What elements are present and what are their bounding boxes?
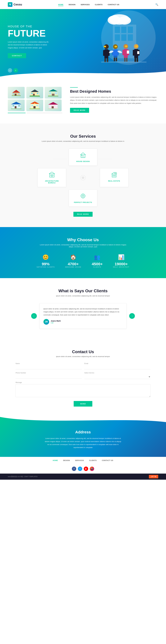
home-thumb-5 [26, 100, 43, 111]
homes-content: Best Designed Homes Lorem ipsum dolor si… [70, 87, 158, 113]
service-card-perfect-projects[interactable]: PERFECT PROJECTS [69, 190, 97, 206]
services-read-more-button[interactable]: READ MORE [74, 212, 92, 217]
service-card-real-estate[interactable]: $ REAL ESTATE [100, 168, 128, 187]
send-button[interactable]: SEND [74, 401, 92, 406]
hero-section: HOUSE OF THE FUTURE Lorem ipsum dolor si… [0, 9, 166, 76]
phone-input[interactable] [16, 374, 82, 379]
stats-grid: 😊 99% SATISFIED CLIENTS 🏠 4700+ AWESOME … [8, 254, 158, 268]
twitter-icon[interactable]: t [78, 466, 82, 471]
svg-rect-4 [115, 26, 120, 33]
svg-rect-56 [30, 96, 40, 96]
services-section: Our Services Lorem ipsum dolor sit amet,… [0, 124, 166, 227]
email-group: Email [84, 363, 150, 369]
homes-read-more-button[interactable]: READ MORE [70, 108, 89, 113]
perfect-projects-icon [71, 193, 95, 200]
stat-awesome-house: 🏠 4700+ AWESOME HOUSE [65, 254, 81, 268]
svg-rect-80 [56, 105, 57, 107]
svg-rect-78 [52, 106, 54, 108]
svg-marker-77 [48, 102, 58, 104]
nav-design[interactable]: DESIGN [68, 4, 76, 6]
awesome-house-icon: 🏠 [65, 254, 81, 260]
footer-nav-contact[interactable]: CONTACT US [102, 460, 113, 462]
name-input[interactable] [16, 365, 82, 369]
service-card-house-design[interactable]: HOUSE DESIGN [69, 149, 97, 166]
services-grid-container: HOUSE DESIGN ARCHITECTUREBUREAU [38, 149, 128, 206]
services-grid: HOUSE DESIGN ARCHITECTUREBUREAU [38, 149, 128, 206]
stat-label-2: AWESOME HOUSE [65, 266, 81, 268]
svg-rect-8 [121, 34, 126, 41]
author-title: Cali [51, 322, 61, 324]
svg-rect-73 [36, 104, 38, 106]
nav-home[interactable]: HOME [58, 4, 64, 6]
svg-rect-32 [126, 58, 128, 62]
svg-rect-6 [128, 26, 133, 33]
stat-label-1: SATISFIED CLIENTS [36, 266, 55, 268]
footer-nav-design[interactable]: DESIGN [63, 460, 70, 462]
youtube-icon[interactable]: ▶ [84, 466, 88, 471]
homes-description: Lorem ipsum dolor sit amet, consectetur … [70, 96, 158, 105]
perfect-projects-label: PERFECT PROJECTS [71, 202, 95, 203]
stat-number-1: 99% [36, 262, 55, 266]
svg-rect-62 [48, 96, 58, 96]
email-input[interactable] [84, 365, 150, 369]
service-card-architecture[interactable]: ARCHITECTUREBUREAU [38, 168, 66, 187]
footer-nav-home[interactable]: HOME [53, 460, 58, 462]
message-input[interactable] [16, 384, 150, 397]
svg-marker-45 [12, 90, 20, 93]
svg-rect-42 [137, 51, 139, 54]
house-svg-3 [48, 89, 58, 96]
svg-rect-61 [55, 92, 57, 94]
svg-marker-58 [49, 89, 58, 91]
stat-daily-architect: 📊 19000+ DAILY ARCHITECT [113, 254, 129, 268]
svg-rect-41 [136, 46, 138, 47]
svg-rect-23 [115, 46, 117, 47]
svg-rect-65 [15, 106, 16, 108]
hero-contact-button[interactable]: CONTACT [8, 53, 26, 58]
home-thumb-1 [8, 87, 25, 98]
house-svg-6 [48, 102, 58, 109]
satisfied-clients-icon: 😊 [36, 254, 55, 260]
nav-links: HOME DESIGN SERVICES CLIENTS CONTACT US [58, 3, 119, 6]
services-description: Lorem ipsum dolor sit amet, consectetur … [8, 140, 158, 142]
svg-rect-81 [48, 108, 58, 109]
footer-nav-services[interactable]: SERVICES [75, 460, 84, 462]
nav-contact[interactable]: CONTACT US [108, 4, 119, 6]
address-title: Address [8, 430, 158, 434]
svg-rect-101 [113, 175, 114, 176]
footer-nav-clients[interactable]: CLIENTS [89, 460, 96, 462]
address-section: Address Lorem ipsum dolor sit amet, cons… [0, 417, 166, 457]
download-button[interactable]: 立即下载 [149, 475, 158, 478]
carousel-controls: ‹ › [8, 68, 18, 72]
author-info: Joans Mark Cali [51, 320, 61, 324]
facebook-icon[interactable]: f [72, 466, 76, 471]
svg-marker-51 [30, 90, 39, 92]
svg-rect-94 [52, 175, 53, 176]
svg-rect-102 [114, 175, 116, 176]
contact-form: Name Email Phone Number Select Service H… [16, 363, 150, 397]
address-content: Address Lorem ipsum dolor sit amet, cons… [8, 430, 158, 449]
author-avatar: JM [44, 319, 49, 325]
service-label: Select Service [84, 372, 150, 374]
why-title: Why Choose Us [8, 238, 158, 242]
logo[interactable]: 🏗 Cessu [8, 2, 22, 7]
stat-number-2: 4700+ [65, 262, 81, 266]
service-select[interactable]: House Design Architecture Bureau Real Es… [84, 374, 150, 379]
testimonial-quote: ipsum dolor sit amet, consectetur adipis… [44, 307, 122, 316]
testimonial-prev-button[interactable]: ← [31, 313, 37, 319]
svg-marker-64 [11, 102, 22, 104]
name-group: Name [16, 363, 82, 369]
svg-rect-40 [136, 58, 138, 62]
carousel-next-button[interactable]: › [14, 68, 18, 72]
svg-rect-21 [114, 58, 115, 61]
svg-rect-29 [122, 50, 124, 55]
svg-rect-16 [104, 46, 106, 47]
testimonial-wrapper: ← ipsum dolor sit amet, consectetur adip… [31, 303, 135, 329]
instagram-icon[interactable]: 📷 [90, 466, 94, 471]
nav-services[interactable]: SERVICES [81, 4, 90, 6]
testimonial-next-button[interactable]: → [129, 313, 135, 319]
nav-clients[interactable]: CLIENTS [95, 4, 102, 6]
search-icon[interactable]: 🔍 [155, 3, 158, 6]
carousel-prev-button[interactable]: ‹ [8, 68, 12, 72]
svg-rect-53 [31, 93, 33, 94]
house-svg-5 [30, 102, 40, 109]
